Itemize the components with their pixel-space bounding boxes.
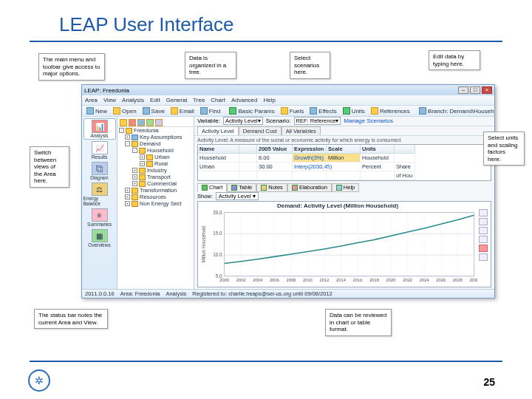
- callout-units: Select units and scaling factors here.: [483, 132, 525, 166]
- toolbar-new[interactable]: New: [85, 107, 109, 115]
- tab-activity-level[interactable]: Activity Level: [197, 126, 239, 135]
- page-number: 25: [483, 376, 495, 388]
- toolbar-references[interactable]: References: [369, 107, 412, 115]
- tree-node[interactable]: +Urban: [117, 154, 194, 160]
- chart-icon: [202, 185, 208, 191]
- col-expr[interactable]: Expression: [293, 145, 327, 154]
- sidebar-results[interactable]: 📈Results: [83, 140, 116, 160]
- toolbar-find[interactable]: Find: [199, 107, 222, 115]
- close-button[interactable]: ×: [482, 86, 492, 94]
- tree-node[interactable]: +Resources: [117, 194, 194, 200]
- tree-node[interactable]: +Transformation: [117, 187, 194, 194]
- chart-tab-elaboration[interactable]: Elaboration: [287, 183, 332, 192]
- refs-icon: [371, 107, 378, 115]
- tree-del-icon[interactable]: [129, 119, 136, 126]
- variable-tabs: Activity Level Demand Cost All Variables: [194, 126, 494, 136]
- toolbar-basicparams[interactable]: Basic Params: [228, 107, 276, 115]
- menu-view[interactable]: View: [103, 97, 116, 103]
- status-view: Analysis: [166, 290, 186, 297]
- toolbar-email[interactable]: Email: [169, 107, 196, 115]
- tab-all-variables[interactable]: All Variables: [282, 126, 321, 135]
- svg-text:2008: 2008: [286, 278, 296, 282]
- chart-tab-notes[interactable]: Notes: [256, 183, 287, 192]
- tree-node[interactable]: -Freedonia: [117, 127, 194, 134]
- tree-node[interactable]: +Commercial: [117, 180, 194, 187]
- chart-tool-4[interactable]: [479, 236, 488, 243]
- sidebar-diagram[interactable]: ⿻Diagram: [83, 161, 116, 181]
- toolbar: New Open Save Email Find Basic Params Fu…: [82, 105, 494, 117]
- chart-tool-2[interactable]: [479, 218, 488, 225]
- col-units[interactable]: Units: [361, 145, 395, 154]
- chart-show-select[interactable]: Activity Level ▾: [216, 192, 259, 200]
- variable-label: Variable:: [197, 117, 220, 124]
- stage: The main menu and toolbar give access to…: [30, 50, 502, 355]
- titlebar[interactable]: LEAP: Freedonia – □ ×: [82, 85, 494, 95]
- svg-text:2014: 2014: [336, 278, 347, 282]
- menu-chart[interactable]: Chart: [211, 97, 225, 103]
- maximize-button[interactable]: □: [470, 86, 480, 94]
- elab-icon: [292, 185, 298, 191]
- callout-review: Data can be reviewed in chart or table f…: [325, 309, 392, 336]
- toolbar-branch[interactable]: Branch: Demand\Household…: [417, 107, 494, 115]
- menu-area[interactable]: Area: [85, 97, 98, 103]
- status-area: Area: Freedonia: [120, 290, 160, 297]
- save-icon: [143, 107, 150, 115]
- branch-icon: [419, 107, 426, 115]
- svg-text:2024: 2024: [420, 278, 430, 282]
- table-row: Household 8.00 Growth(3%) Million Househ…: [198, 154, 491, 163]
- tree-panel: -Freedonia+Key Assumptions-Demand-Househ…: [117, 117, 194, 289]
- data-grid[interactable]: Name 2005 Value Expression Scale Units H…: [197, 144, 491, 181]
- manage-scenarios-link[interactable]: Manage Scenarios: [344, 117, 393, 124]
- tree-node[interactable]: -Demand: [117, 140, 194, 147]
- chart-show-label: Show:: [197, 193, 213, 200]
- tree-node[interactable]: +Non Energy Sect: [117, 200, 194, 207]
- chart-tool-6[interactable]: [479, 253, 488, 261]
- chart-tab-chart[interactable]: Chart: [197, 183, 227, 192]
- sidebar-summaries[interactable]: ≡Summaries: [83, 208, 116, 228]
- toolbar-fuels[interactable]: Fuels: [279, 107, 306, 115]
- chart-tab-help[interactable]: Help: [332, 183, 359, 192]
- toolbar-open[interactable]: Open: [112, 107, 138, 115]
- tree-node[interactable]: -Household: [117, 147, 194, 154]
- toolbar-effects[interactable]: Effects: [308, 107, 338, 115]
- menu-help[interactable]: Help: [263, 97, 275, 103]
- menu-general[interactable]: General: [166, 97, 187, 103]
- fuels-icon: [281, 107, 288, 115]
- table-icon: [231, 185, 237, 191]
- tree-node[interactable]: +Transport: [117, 174, 194, 180]
- svg-text:10.0: 10.0: [213, 252, 222, 257]
- tree-dn-icon[interactable]: [155, 119, 163, 126]
- menubar: Area View Analysis Edit General Tree Cha…: [82, 95, 494, 105]
- col-scale[interactable]: Scale: [327, 145, 361, 154]
- tab-demand-cost[interactable]: Demand Cost: [239, 126, 282, 135]
- menu-edit[interactable]: Edit: [150, 97, 160, 103]
- col-ext[interactable]: [395, 145, 415, 154]
- menu-advanced[interactable]: Advanced: [231, 97, 258, 103]
- scenario-select[interactable]: REF: Reference ▾: [294, 117, 341, 125]
- chart-tool-3[interactable]: [479, 227, 488, 234]
- minimize-button[interactable]: –: [458, 86, 468, 94]
- slide-title: LEAP User Interface: [30, 0, 502, 42]
- col-value[interactable]: 2005 Value: [257, 145, 293, 154]
- sidebar-analysis[interactable]: 📊Analysis: [83, 118, 116, 140]
- tree-node[interactable]: +Key Assumptions: [117, 134, 194, 140]
- variable-select[interactable]: Activity Level ▾: [223, 117, 263, 125]
- toolbar-save[interactable]: Save: [141, 107, 166, 115]
- menu-analysis[interactable]: Analysis: [122, 97, 144, 103]
- tree-node[interactable]: +Industry: [117, 167, 194, 174]
- sidebar-overviews[interactable]: ▦Overviews: [83, 228, 116, 248]
- tree-node[interactable]: +Rural: [117, 160, 194, 167]
- tree-copy-icon[interactable]: [137, 119, 145, 126]
- tree-up-icon[interactable]: [146, 119, 154, 126]
- col-name[interactable]: Name: [198, 145, 239, 154]
- chart-tool-1[interactable]: [479, 209, 488, 216]
- callout-tree: Data is organized in a tree.: [185, 52, 236, 79]
- col-blank[interactable]: [239, 145, 257, 154]
- toolbar-units[interactable]: Units: [341, 107, 366, 115]
- chart-tab-table[interactable]: Table: [227, 183, 256, 192]
- chart-tool-5[interactable]: [479, 245, 488, 252]
- menu-tree[interactable]: Tree: [193, 97, 205, 103]
- tree-add-icon[interactable]: [120, 119, 127, 126]
- sidebar-energy-balance[interactable]: ⚖Energy Balance: [83, 182, 116, 207]
- chart-svg: 5.010.015.020.02000200220042006200820102…: [198, 202, 477, 287]
